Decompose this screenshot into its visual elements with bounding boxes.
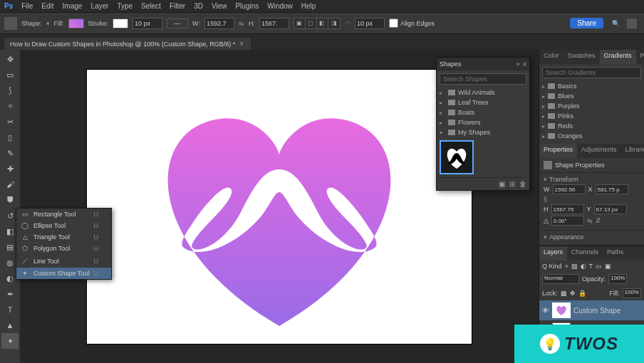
gradient-folder[interactable]: Blues [542,91,641,101]
shapes-folder[interactable]: ▸Boats [440,107,526,117]
filter-smart-icon[interactable]: ▣ [605,263,611,270]
flip-v-icon[interactable]: ⇵ [596,217,601,224]
stroke-width-input[interactable] [133,18,162,29]
menu-help[interactable]: Help [301,2,316,10]
filter-pixel-icon[interactable]: ▧ [571,263,578,270]
lasso-tool-icon[interactable]: ⟆ [1,83,19,98]
pathop-exclude-icon[interactable]: ◨ [328,19,340,28]
tab-paths[interactable]: Paths [603,246,628,261]
shape-mode-dropdown-icon[interactable]: ▾ [46,20,50,27]
tab-patterns[interactable]: Patterns [636,50,644,64]
link-wh-icon[interactable]: ⇋ [239,20,244,27]
wand-tool-icon[interactable]: ✧ [1,98,19,114]
align-edges-checkbox[interactable]: Align Edges [389,19,435,28]
type-tool-icon[interactable]: T [1,302,19,317]
gradients-search-input[interactable] [542,67,641,78]
shapes-folder-my-shapes[interactable]: ▾My Shapes [440,127,526,137]
tab-channels[interactable]: Channels [567,246,603,261]
fill-opacity-input[interactable]: 100% [623,288,641,298]
menu-3d[interactable]: 3D [194,2,203,10]
document-canvas[interactable] [87,70,472,344]
opacity-input[interactable]: 100% [608,274,627,284]
menu-file[interactable]: File [21,2,33,10]
menu-edit[interactable]: Edit [41,2,53,10]
lock-pos-icon[interactable]: ✥ [570,290,576,297]
shape-tool-icon[interactable]: ✦ [1,333,19,349]
gradient-folder[interactable]: Oranges [542,131,641,141]
filter-type-icon[interactable]: T [589,263,593,270]
pen-tool-icon[interactable]: ✒ [1,286,19,302]
pathop-intersect-icon[interactable]: ◧ [317,19,328,28]
crop-tool-icon[interactable]: ✂ [1,114,19,130]
fill-swatch[interactable] [68,19,84,28]
shapes-folder[interactable]: ▸Wild Animals [440,88,526,98]
shape-preset-thumbnail[interactable] [440,140,474,174]
tool-preset-icon[interactable] [4,17,17,30]
path-select-tool-icon[interactable]: ▲ [1,317,19,333]
visibility-icon[interactable]: 👁 [542,307,549,315]
filter-adj-icon[interactable]: ◐ [581,263,586,270]
menu-image[interactable]: Image [63,2,83,10]
tab-adjustments[interactable]: Adjustments [577,144,621,158]
menu-view[interactable]: View [212,2,227,10]
marquee-tool-icon[interactable]: ▭ [1,67,19,83]
menu-layer[interactable]: Layer [90,2,108,10]
shapes-folder[interactable]: ▸Flowers [440,117,526,127]
flyout-line-tool[interactable]: ／Line ToolU [16,254,111,268]
gradient-folder[interactable]: Basics [542,81,641,91]
shapes-search-input[interactable] [440,73,526,85]
flyout-polygon-tool[interactable]: ⬠Polygon ToolU [16,243,111,254]
height-input[interactable] [259,18,289,29]
shapes-panel-header[interactable]: Shapes » ≡ [437,58,529,70]
pathop-subtract-icon[interactable]: ▢ [306,19,317,28]
blend-mode-dropdown[interactable]: Normal [542,274,579,284]
tab-layers[interactable]: Layers [539,246,567,261]
tab-properties[interactable]: Properties [539,144,577,158]
layer-row-custom-shape[interactable]: 👁 Custom Shape [539,300,644,320]
transform-y-input[interactable] [594,204,627,214]
transform-angle-input[interactable] [551,216,584,226]
new-group-icon[interactable]: ▣ [499,180,505,188]
heal-tool-icon[interactable]: ✚ [1,161,19,177]
filter-shape-icon[interactable]: ▭ [596,263,602,270]
stroke-style-dash-icon[interactable]: — [167,19,188,28]
flyout-rectangle-tool[interactable]: ▭Rectangle ToolU [16,209,111,220]
corner-radius-input[interactable] [355,18,385,29]
frame-tool-icon[interactable]: ▯ [1,130,19,145]
transform-w-input[interactable] [553,184,586,194]
stamp-tool-icon[interactable]: ⛊ [1,192,19,208]
close-tab-icon[interactable]: × [239,40,244,48]
delete-icon[interactable]: 🗑 [519,180,526,188]
flip-h-icon[interactable]: ⇋ [587,217,593,224]
new-shape-icon[interactable]: ⊞ [509,180,515,188]
collapse-icon[interactable]: » [516,60,520,68]
flyout-custom-shape-tool[interactable]: ✦Custom Shape ToolU [16,268,111,279]
workspace-switcher-icon[interactable] [627,19,637,28]
move-tool-icon[interactable]: ✥ [1,51,19,67]
tab-gradients[interactable]: Gradients [600,50,636,64]
transform-h-input[interactable] [551,204,584,214]
link-icon[interactable]: § [544,196,547,203]
path-operations[interactable]: ▣ ▢ ◧ ◨ [294,18,341,29]
transform-x-input[interactable] [596,184,628,194]
width-input[interactable] [204,18,234,29]
share-button[interactable]: Share [570,18,603,28]
tab-swatches[interactable]: Swatches [564,50,600,64]
document-tab[interactable]: How to Draw Custom Shapes in Photoshop @… [4,38,251,50]
lock-all-icon[interactable]: ▩ [561,290,567,297]
pathop-combine-icon[interactable]: ▣ [294,19,306,28]
gradient-folder[interactable]: Purples [542,101,641,111]
gradient-folder[interactable]: Reds [542,121,641,131]
search-icon[interactable]: 🔍 [612,20,620,27]
tab-libraries[interactable]: Libraries [621,144,644,158]
flyout-ellipse-tool[interactable]: ◯Ellipse ToolU [16,220,111,231]
stroke-swatch[interactable] [113,19,128,28]
panel-menu-icon[interactable]: ≡ [523,60,526,68]
gradient-folder[interactable]: Pinks [542,111,641,121]
layer-name[interactable]: Custom Shape [573,307,620,315]
tab-color[interactable]: Color [539,50,564,64]
menu-select[interactable]: Select [141,2,161,10]
eyedropper-tool-icon[interactable]: ✎ [1,145,19,161]
menu-filter[interactable]: Filter [170,2,185,10]
flyout-triangle-tool[interactable]: △Triangle ToolU [16,231,111,243]
